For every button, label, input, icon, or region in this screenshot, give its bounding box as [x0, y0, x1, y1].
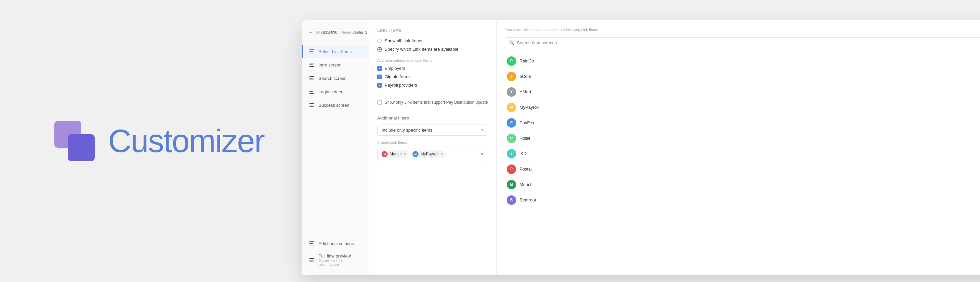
id-label: ID — [316, 30, 320, 34]
main-content: Link Items Show all Link Items Specify w… — [369, 20, 980, 275]
ds-avatar-postal: P — [507, 164, 516, 174]
checkbox-employers-label: Employers — [385, 66, 405, 71]
radio-group: Show all Link Items Specify which Link I… — [377, 38, 488, 52]
ds-item-rainco[interactable]: RRainCo — [505, 54, 980, 69]
checkbox-payroll-providers[interactable]: Payroll providers — [377, 83, 488, 88]
checkbox-gig-platforms[interactable]: Gig platforms — [377, 74, 488, 79]
filters-title: Additional filters — [377, 116, 488, 121]
ds-list: RRainCoeeComYYMartMMyPayrollPPayFexRRoll… — [505, 54, 980, 207]
sidebar-item-intro-screen[interactable]: Intro screen — [302, 58, 369, 72]
sidebar-header: ← ID cb25k890 Name Config_2 — [302, 20, 369, 42]
nav-icon-search-screen — [309, 75, 315, 81]
ds-name-ecom: eCom — [520, 74, 980, 79]
ds-name-postal: Postal — [520, 167, 980, 172]
ds-header: Your users will be able to select from f… — [505, 27, 980, 33]
dropdown-label: Include only specific items — [382, 127, 432, 132]
ds-avatar-ecom: e — [507, 72, 516, 81]
sidebar-item-search-screen[interactable]: Search screen — [302, 72, 369, 85]
tag-name-mypayroll: MyPayroll — [420, 152, 438, 156]
nav-bottom: Additional settingsFull flow previewTry … — [302, 234, 369, 275]
pay-distribution-label: Show only Link Items that support Pay Di… — [385, 100, 488, 105]
tag-close-munch[interactable]: ✕ — [404, 152, 406, 156]
sidebar-item-label-login-screen: Login screen — [318, 89, 343, 94]
ds-name-mypayroll: MyPayroll — [520, 105, 980, 110]
ds-avatar-rollie: R — [507, 134, 516, 143]
radio-specify-label: Specify which Link Items are available — [385, 47, 458, 52]
radio-circle-specify — [377, 47, 382, 52]
search-box[interactable]: 🔍 — [505, 37, 980, 48]
ds-item-mypayroll[interactable]: MMyPayroll — [505, 100, 980, 115]
nav-icon-full-flow-preview — [309, 257, 315, 263]
include-items-dropdown[interactable]: Include only specific items ▼ — [377, 124, 488, 135]
brand-name: Customizer — [108, 123, 264, 159]
header-meta: ID cb25k890 Name Config_2 — [316, 30, 367, 34]
nav-icon-intro-screen — [309, 61, 315, 68]
ds-item-rollie[interactable]: RRollie — [505, 131, 980, 146]
sidebar-item-additional-settings[interactable]: Additional settings — [302, 237, 369, 250]
name-value: Config_2 — [352, 30, 367, 34]
sidebar-bottom-label-full-flow-preview: Full flow preview — [318, 253, 351, 258]
ds-item-ikd[interactable]: iiKD — [505, 147, 980, 161]
radio-specify[interactable]: Specify which Link Items are available — [377, 47, 488, 52]
nav-icon-additional-settings — [309, 240, 315, 247]
sidebar-item-label-search-screen: Search screen — [318, 76, 347, 81]
checkbox-box-gig — [377, 75, 382, 79]
content-area: Link Items Show all Link Items Specify w… — [369, 20, 980, 275]
sidebar-item-label-success-screen: Success screen — [318, 103, 349, 108]
ds-item-beatroot[interactable]: BBeatroot — [505, 193, 980, 207]
sidebar-item-login-screen[interactable]: Login screen — [302, 85, 369, 98]
nav-divider — [307, 231, 363, 231]
search-icon: 🔍 — [509, 40, 514, 45]
nav-icon-login-screen — [309, 88, 315, 95]
back-button[interactable]: ← — [307, 28, 313, 36]
sidebar-bottom-subtitle-full-flow-preview: Try out this Link customization — [318, 259, 363, 266]
sidebar-item-full-flow-preview[interactable]: Full flow previewTry out this Link custo… — [302, 250, 369, 270]
nav-icon-success-screen — [309, 102, 315, 108]
ds-item-munch[interactable]: MMunch — [505, 177, 980, 192]
ds-name-ikd: iKD — [520, 151, 980, 156]
sidebar-bottom-label-additional-settings: Additional settings — [318, 241, 354, 246]
sidebar: ← ID cb25k890 Name Config_2 Select Link … — [302, 20, 369, 275]
sidebar-item-select-link-items[interactable]: Select Link Items — [302, 45, 369, 58]
ds-item-postal[interactable]: PPostal — [505, 162, 980, 177]
include-items-label: Include Link Items — [377, 140, 488, 144]
radio-circle-show-all — [377, 38, 382, 43]
ds-avatar-rainco: R — [507, 56, 516, 66]
ds-avatar-munch: M — [507, 180, 516, 190]
ds-avatar-ikd: i — [507, 149, 516, 158]
search-input[interactable] — [517, 40, 980, 45]
ds-item-ecom[interactable]: eeCom — [505, 69, 980, 84]
nav-icon-select-link-items — [309, 48, 315, 55]
pay-distribution-option[interactable]: Show only Link Items that support Pay Di… — [377, 96, 488, 109]
tags-clear-button[interactable]: ✕ — [479, 151, 485, 157]
checkbox-employers[interactable]: Employers — [377, 66, 488, 71]
branding-area: Customizer — [0, 0, 319, 282]
ds-name-beatroot: Beatroot — [520, 198, 980, 202]
ds-name-munch: Munch — [520, 182, 980, 187]
checkbox-box-employers — [377, 66, 382, 71]
chevron-down-icon: ▼ — [480, 128, 484, 132]
tags-container: MMunch✕MMyPayroll✕✕ — [377, 147, 488, 161]
ds-item-ymart[interactable]: YYMart — [505, 84, 980, 99]
app-window: ← ID cb25k890 Name Config_2 Select Link … — [302, 20, 980, 275]
ds-item-payfex[interactable]: PPayFex — [505, 115, 980, 130]
additional-filters: Additional filters Include only specific… — [377, 116, 488, 161]
settings-panel: Link Items Show all Link Items Specify w… — [369, 20, 497, 275]
logo-square-front — [68, 134, 95, 161]
tag-munch: MMunch✕ — [380, 150, 409, 158]
ds-name-payfex: PayFex — [520, 120, 980, 125]
tag-close-mypayroll[interactable]: ✕ — [440, 152, 443, 156]
radio-show-all[interactable]: Show all Link Items — [377, 38, 488, 43]
checkbox-box-pay-dist — [377, 100, 382, 105]
ds-name-ymart: YMart — [520, 89, 980, 94]
tag-avatar-mypayroll: M — [412, 151, 418, 157]
tag-mypayroll: MMyPayroll✕ — [411, 150, 446, 158]
sidebar-item-success-screen[interactable]: Success screen — [302, 98, 369, 112]
checkbox-box-payroll — [377, 83, 382, 88]
sidebar-item-label-select-link-items: Select Link Items — [318, 49, 352, 54]
checkbox-gig-label: Gig platforms — [385, 74, 410, 79]
tag-name-munch: Munch — [390, 152, 402, 156]
ds-name-rainco: RainCo — [520, 58, 980, 64]
radio-show-all-label: Show all Link Items — [385, 38, 422, 43]
tag-avatar-munch: M — [382, 151, 388, 157]
